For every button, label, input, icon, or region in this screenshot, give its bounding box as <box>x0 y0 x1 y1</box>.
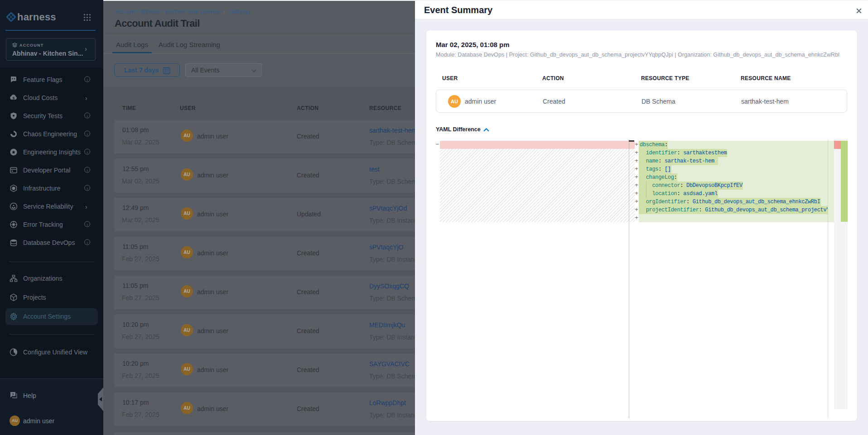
svg-text:?: ? <box>12 392 14 397</box>
svg-text:$: $ <box>13 96 15 100</box>
